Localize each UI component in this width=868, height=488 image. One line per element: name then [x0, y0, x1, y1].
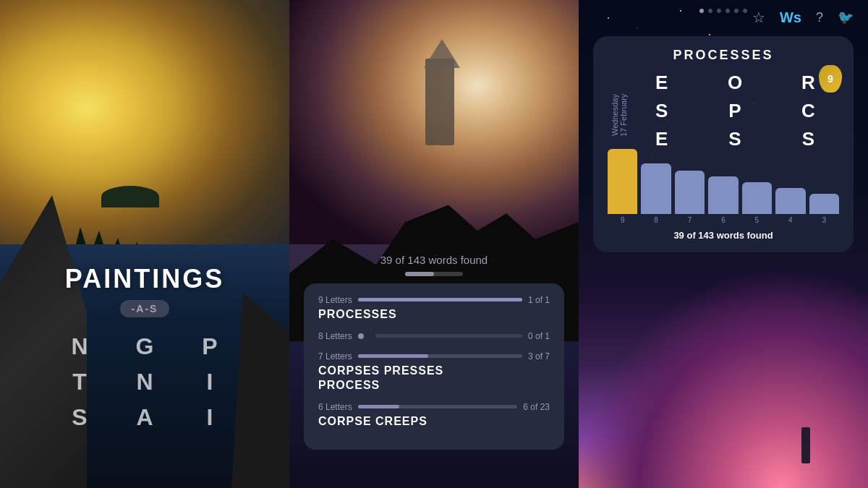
- panel3-letters-area: E O R S P C E S S: [628, 72, 842, 159]
- panel3-letter-C: C: [775, 100, 842, 122]
- section-6-header: 6 Letters 6 of 23: [318, 402, 550, 412]
- panel3-letters-grid: E O R S P C E S S: [628, 72, 842, 150]
- letter-row-2: T N I: [0, 369, 289, 395]
- day-label: Wednesday: [610, 95, 619, 137]
- section-8-dot: [358, 333, 364, 339]
- panel3-word-count: 39 of 143 words found: [605, 230, 842, 241]
- twitter-icon[interactable]: 🐦: [838, 9, 854, 25]
- app-logo[interactable]: Ws: [780, 9, 801, 26]
- section-6-words: CORPSE CREEPS: [318, 415, 550, 428]
- panel3-letter-E1: E: [628, 72, 695, 94]
- panel3-glow: [579, 268, 868, 488]
- panel3-date-strip: Wednesday 17 February E O R S P C E S S: [605, 72, 842, 159]
- section-9-label: 9 Letters: [318, 295, 352, 305]
- panel3-letter-E2: E: [628, 128, 695, 150]
- section-6-bar-bg: [358, 405, 518, 408]
- letter-P[interactable]: P: [192, 333, 228, 360]
- progress-bar-fill: [405, 272, 434, 276]
- bar-fill-8: [641, 163, 671, 214]
- panel2-word-card: 9 Letters 1 of 1 PROCESSES 8 Letters 0 o…: [304, 283, 564, 450]
- section-7-bar-fill: [358, 354, 429, 358]
- panel-paintings: PAINTINGS -A-S N G P T N I S A I: [0, 0, 289, 488]
- letter-S[interactable]: S: [61, 404, 98, 431]
- panel1-island: [101, 186, 159, 207]
- section-6-label: 6 Letters: [318, 402, 352, 412]
- section-9-count: 1 of 1: [528, 295, 550, 305]
- section-9-bar-bg: [358, 298, 522, 301]
- section-6-count: 6 of 23: [523, 402, 550, 412]
- panel-word-list: 39 of 143 words found 9 Letters 1 of 1 P…: [289, 0, 579, 488]
- bar-label-8: 8: [654, 216, 658, 224]
- panel-stats: ☆ Ws ? 🐦 PROCESSES Wednesday 17 February…: [579, 0, 868, 488]
- bar-5: 5: [742, 182, 772, 224]
- letter-I[interactable]: I: [192, 369, 228, 395]
- panel3-letter-S3: S: [775, 128, 842, 150]
- panel3-lighthouse: [801, 427, 810, 463]
- panel1-title-area: PAINTINGS -A-S: [0, 264, 289, 317]
- section-7-header: 7 Letters 3 of 7: [318, 351, 550, 361]
- bar-label-9: 9: [621, 216, 625, 224]
- section-7-words-2: PROCESS: [318, 379, 550, 392]
- panel3-main-card: PROCESSES Wednesday 17 February E O R S …: [593, 36, 854, 252]
- letter-row-3: S A I: [0, 404, 289, 431]
- letter-G[interactable]: G: [127, 333, 163, 360]
- panel3-badge: 9: [819, 65, 842, 93]
- panel3-letter-S2: S: [701, 128, 768, 150]
- panel1-letters-grid: N G P T N I S A I: [0, 325, 289, 440]
- panel3-letter-P: P: [701, 100, 768, 122]
- panel1-title: PAINTINGS: [0, 264, 289, 294]
- letter-A[interactable]: A: [127, 404, 163, 431]
- month-label: 17 February: [619, 94, 628, 137]
- bar-label-3: 3: [822, 216, 826, 224]
- panel3-letter-S1: S: [628, 100, 695, 122]
- progress-bar-bg: [405, 272, 463, 276]
- section-7-words: CORPSES PRESSES: [318, 364, 550, 377]
- panel2-counter: 39 of 143 words found: [289, 254, 579, 282]
- panel3-letter-O: O: [701, 72, 768, 94]
- letter-N[interactable]: N: [61, 333, 98, 360]
- section-6-bar-fill: [358, 405, 399, 408]
- letter-row-1: N G P: [0, 333, 289, 360]
- panel3-chart: 9 8 7 6 5: [605, 159, 842, 224]
- bar-9: 9: [608, 149, 637, 224]
- bar-label-7: 7: [688, 216, 692, 224]
- bar-8: 8: [641, 163, 671, 224]
- bar-chart: 9 8 7 6 5: [608, 159, 839, 224]
- bar-3: 3: [809, 194, 839, 224]
- section-9-bar-fill: [358, 298, 522, 301]
- star-icon[interactable]: ☆: [752, 9, 765, 26]
- panel1-badge: -A-S: [120, 300, 170, 317]
- bar-label-6: 6: [721, 216, 726, 224]
- section-7-label: 7 Letters: [318, 351, 352, 361]
- bar-fill-7: [675, 171, 705, 214]
- section-8-bar-bg: [375, 334, 522, 338]
- section-9-header: 9 Letters 1 of 1: [318, 295, 550, 305]
- bar-fill-5: [742, 182, 772, 214]
- bar-6: 6: [708, 176, 738, 224]
- section-8-label: 8 Letters: [318, 331, 352, 341]
- section-8-header: 8 Letters 0 of 1: [318, 331, 550, 341]
- panel3-card-title: PROCESSES: [605, 48, 842, 63]
- bar-label-4: 4: [788, 216, 793, 224]
- letter-N2[interactable]: N: [127, 369, 163, 395]
- section-9-words: PROCESSES: [318, 308, 550, 321]
- section-9-letters: 9 Letters 1 of 1 PROCESSES: [318, 295, 550, 321]
- help-icon[interactable]: ?: [816, 10, 823, 25]
- bar-fill-4: [775, 188, 805, 214]
- bar-label-5: 5: [755, 216, 760, 224]
- bar-fill-3: [809, 194, 839, 214]
- letter-I2[interactable]: I: [192, 404, 228, 431]
- section-8-count: 0 of 1: [528, 331, 550, 341]
- letter-T[interactable]: T: [61, 369, 98, 395]
- section-7-count: 3 of 7: [528, 351, 550, 361]
- section-8-letters: 8 Letters 0 of 1: [318, 331, 550, 341]
- counter-text: 39 of 143 words found: [380, 254, 488, 266]
- section-7-bar-bg: [358, 354, 522, 358]
- section-6-letters: 6 Letters 6 of 23 CORPSE CREEPS: [318, 402, 550, 428]
- lighthouse-cap: [424, 39, 460, 68]
- panel3-date: Wednesday 17 February: [605, 72, 628, 159]
- bar-fill-6: [708, 176, 738, 214]
- section-7-letters: 7 Letters 3 of 7 CORPSES PRESSES PROCESS: [318, 351, 550, 392]
- panel3-header: ☆ Ws ? 🐦: [579, 9, 868, 26]
- lighthouse-tower: [425, 59, 454, 145]
